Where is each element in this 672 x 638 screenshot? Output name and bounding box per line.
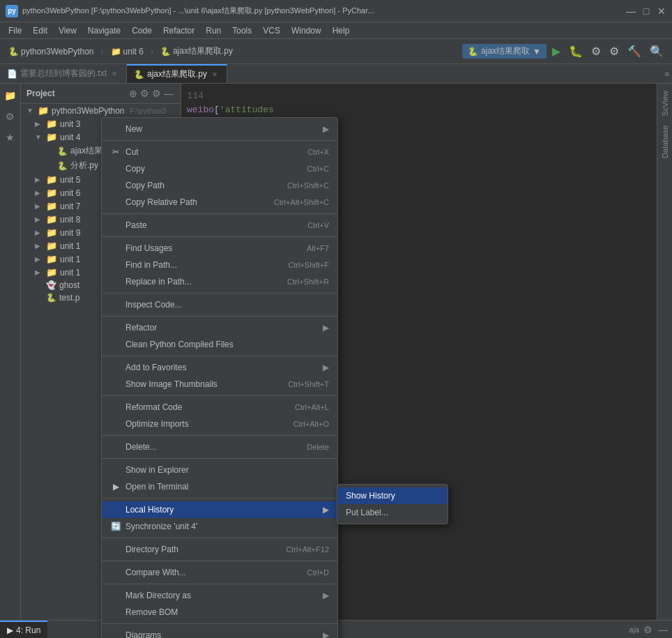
run-config[interactable]: 🐍 ajax结果爬取 ▼ — [462, 44, 547, 59]
ctx-copy[interactable]: Copy Ctrl+C — [102, 160, 337, 177]
tree-unit9-icon: 📁 — [46, 227, 57, 238]
ctx-optimize-imports[interactable]: Optimize Imports Ctrl+Alt+O — [102, 416, 337, 432]
ctx-reformat[interactable]: Reformat Code Ctrl+Alt+L — [102, 399, 337, 416]
ctx-sep-14 — [102, 623, 337, 624]
ctx-copy-rel-path[interactable]: Copy Relative Path Ctrl+Alt+Shift+C — [102, 194, 337, 211]
ctx-sep-3 — [102, 236, 337, 237]
context-menu: New ▶ ✂ Cut Ctrl+X Copy Ctrl+C Copy Path… — [101, 117, 338, 638]
ctx-clean-label: Clean Python Compiled Files — [125, 340, 329, 349]
tab-txt[interactable]: 📄 需要总结到博客园的.txt × — [0, 64, 127, 83]
breadcrumb-unit6[interactable]: 📁 unit 6 — [108, 45, 146, 58]
bottom-tab-run[interactable]: ▶ 4: Run — [0, 621, 47, 638]
maximize-button[interactable]: □ — [641, 6, 651, 16]
ctx-sep-6 — [102, 356, 337, 356]
tree-unit10-icon: 📁 — [46, 241, 57, 251]
bottom-minimize-btn[interactable]: — — [657, 623, 669, 637]
menu-vcs[interactable]: VCS — [257, 24, 286, 37]
right-tab-database[interactable]: Database — [659, 121, 671, 162]
debug-button[interactable]: 🐛 — [566, 43, 586, 59]
right-tab-scview[interactable]: ScView — [659, 86, 671, 120]
menu-navigate[interactable]: Navigate — [82, 24, 126, 37]
ctx-mark-dir[interactable]: Mark Directory as ▶ — [102, 587, 337, 604]
toolbar: 🐍 python3WebPython › 📁 unit 6 › 🐍 ajax结果… — [0, 39, 672, 64]
ctx-delete[interactable]: Delete... Delete — [102, 439, 337, 455]
tab-py-close[interactable]: × — [210, 70, 220, 79]
ctx-bom-icon — [110, 607, 121, 618]
ctx-inspect[interactable]: Inspect Code... — [102, 296, 337, 313]
tree-unit8-arrow: ▶ — [35, 215, 43, 223]
tabs-menu-icon[interactable]: ≡ — [665, 70, 669, 78]
tree-unit8-label: unit 8 — [60, 215, 80, 225]
menu-code[interactable]: Code — [126, 24, 158, 37]
breadcrumb-project[interactable]: 🐍 python3WebPython — [6, 45, 97, 58]
ctx-history-arrow: ▶ — [323, 505, 329, 515]
run-config-icon: 🐍 — [468, 47, 478, 56]
menu-file[interactable]: File — [3, 24, 27, 37]
close-button[interactable]: ✕ — [657, 6, 666, 16]
ctx-compare-icon — [110, 567, 121, 578]
profile-button[interactable]: ⚙ — [606, 43, 622, 59]
tree-unit10-arrow: ▶ — [35, 242, 43, 250]
ctx-new-label: New — [125, 124, 320, 134]
project-header: Project ⊕ ⚙ ⚙ — — [21, 84, 181, 104]
ctx-diagrams[interactable]: Diagrams ▶ — [102, 627, 337, 638]
ctx-clean-compiled[interactable]: Clean Python Compiled Files — [102, 336, 337, 353]
ctx-reformat-shortcut: Ctrl+Alt+L — [295, 403, 329, 411]
menu-tools[interactable]: Tools — [227, 24, 257, 37]
proj-collapse-btn[interactable]: — — [162, 86, 175, 100]
menu-help[interactable]: Help — [327, 24, 356, 37]
ctx-replace-in-path[interactable]: Replace in Path... Ctrl+Shift+R — [102, 273, 337, 290]
ctx-find-in-path[interactable]: Find in Path... Ctrl+Shift+F — [102, 257, 337, 273]
ctx-dir-path[interactable]: Directory Path Ctrl+Alt+F12 — [102, 541, 337, 558]
ctx-inspect-label: Inspect Code... — [125, 300, 329, 310]
tabs-right: ≡ — [665, 64, 672, 83]
tree-root[interactable]: ▼ 📁 python3WebPython F:\python3 — [21, 104, 181, 117]
ctx-local-history[interactable]: Local History ▶ — [102, 501, 337, 518]
search-button[interactable]: 🔍 — [647, 43, 666, 59]
tree-root-folder-icon: 📁 — [38, 105, 49, 116]
submenu-show-history[interactable]: Show History — [337, 487, 448, 504]
sidebar-structure-icon[interactable]: ⚙ — [1, 107, 20, 126]
ctx-show-thumbnails[interactable]: Show Image Thumbnails Ctrl+Shift+T — [102, 376, 337, 393]
menu-refactor[interactable]: Refactor — [158, 24, 200, 37]
proj-gear-btn[interactable]: ⚙ — [151, 86, 162, 100]
tab-txt-close[interactable]: × — [109, 69, 119, 79]
tab-txt-label: 需要总结到博客园的.txt — [20, 68, 107, 79]
ctx-copy-path[interactable]: Copy Path Ctrl+Shift+C — [102, 177, 337, 194]
tree-unit4-arrow: ▼ — [35, 133, 43, 141]
menu-run[interactable]: Run — [200, 24, 227, 37]
bottom-gear-btn[interactable]: ⚙ — [642, 623, 654, 637]
build-button[interactable]: 🔨 — [625, 43, 644, 59]
ctx-refactor[interactable]: Refactor ▶ — [102, 319, 337, 336]
ctx-show-explorer[interactable]: Show in Explorer — [102, 462, 337, 478]
ctx-synchronize[interactable]: 🔄 Synchronize 'unit 4' — [102, 518, 337, 535]
proj-add-btn[interactable]: ⊕ — [128, 86, 139, 100]
ctx-find-usages[interactable]: Find Usages Alt+F7 — [102, 240, 337, 257]
ctx-mark-icon — [110, 590, 121, 601]
tree-unit7-arrow: ▶ — [35, 202, 43, 210]
ctx-cut[interactable]: ✂ Cut Ctrl+X — [102, 144, 337, 160]
menu-view[interactable]: View — [53, 24, 82, 37]
submenu-put-label[interactable]: Put Label... — [337, 504, 448, 521]
minimize-button[interactable]: — — [626, 6, 636, 16]
ctx-new[interactable]: New ▶ — [102, 121, 337, 137]
tree-unit6-arrow: ▶ — [35, 189, 43, 197]
ctx-add-favorites[interactable]: Add to Favorites ▶ — [102, 359, 337, 376]
sidebar-bookmark-icon[interactable]: ★ — [1, 128, 20, 146]
ctx-find-in-path-shortcut: Ctrl+Shift+F — [288, 261, 329, 269]
proj-settings-btn[interactable]: ⚙ — [139, 86, 151, 100]
tab-py[interactable]: 🐍 ajax结果爬取.py × — [127, 64, 227, 83]
bottom-tab-run-icon: ▶ — [7, 625, 13, 635]
run-button[interactable]: ▶ — [549, 43, 563, 59]
ctx-remove-bom[interactable]: Remove BOM — [102, 604, 337, 621]
ctx-compare-with[interactable]: Compare With... Ctrl+D — [102, 564, 337, 581]
tree-unit12-label: unit 1 — [60, 268, 80, 278]
menu-window[interactable]: Window — [286, 24, 327, 37]
ctx-open-terminal[interactable]: ▶ Open in Terminal — [102, 478, 337, 495]
ctx-sep-7 — [102, 395, 337, 396]
tab-txt-icon: 📄 — [7, 69, 17, 79]
sidebar-project-icon[interactable]: 📁 — [1, 86, 20, 105]
coverage-button[interactable]: ⚙ — [588, 43, 604, 59]
ctx-paste[interactable]: Paste Ctrl+V — [102, 217, 337, 234]
menu-edit[interactable]: Edit — [27, 24, 53, 37]
